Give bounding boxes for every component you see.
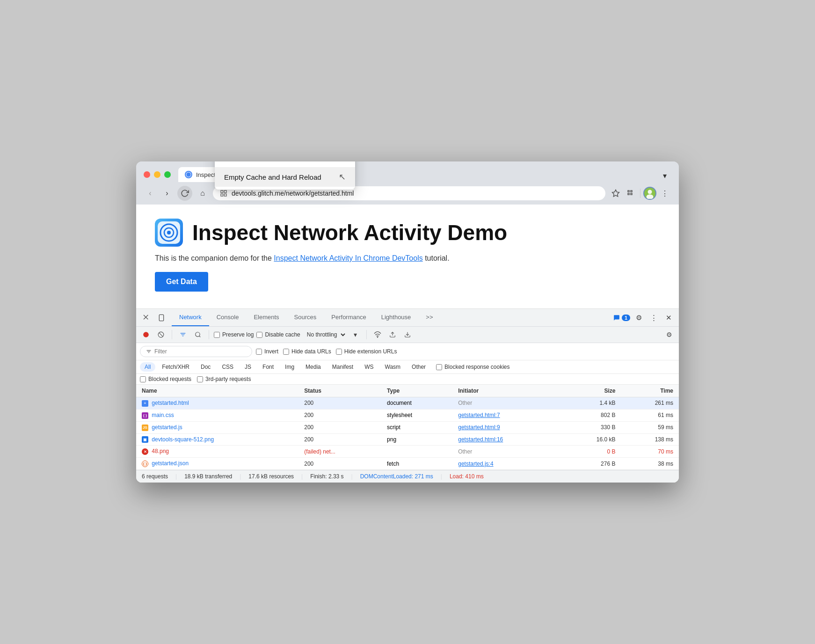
- third-party-label[interactable]: 3rd-party requests: [197, 376, 251, 382]
- cell-initiator: getstarted.html:16: [452, 433, 562, 446]
- record-button[interactable]: [140, 329, 152, 341]
- table-row[interactable]: { } getstarted.json 200 fetch getstarted…: [136, 458, 679, 470]
- type-btn-css[interactable]: CSS: [217, 362, 238, 372]
- hide-extension-urls-text: Hide extension URLs: [344, 348, 397, 355]
- bookmark-button[interactable]: [609, 187, 622, 200]
- profile-avatar[interactable]: [643, 187, 656, 200]
- hide-data-urls-label[interactable]: Hide data URLs: [283, 348, 331, 355]
- back-button[interactable]: ‹: [144, 187, 157, 200]
- file-link[interactable]: devtools-square-512.png: [152, 436, 214, 443]
- throttle-dropdown-button[interactable]: ▾: [349, 329, 362, 341]
- console-badge: 1: [622, 315, 630, 321]
- download-button[interactable]: [401, 329, 414, 341]
- initiator-link[interactable]: getstarted.html:16: [458, 436, 503, 443]
- type-btn-doc[interactable]: Doc: [196, 362, 215, 372]
- tab-lighthouse[interactable]: Lighthouse: [374, 309, 419, 326]
- type-btn-font[interactable]: Font: [258, 362, 278, 372]
- table-row[interactable]: ▣ devtools-square-512.png 200 png getsta…: [136, 433, 679, 446]
- home-button[interactable]: ⌂: [196, 187, 209, 200]
- inspect-element-icon[interactable]: [140, 311, 153, 324]
- table-row[interactable]: { } main.css 200 stylesheet getstarted.h…: [136, 409, 679, 421]
- invert-label[interactable]: Invert: [256, 348, 278, 355]
- hard-reload-menu-item[interactable]: Hard Reload ⇧⌘R: [215, 161, 355, 167]
- resources-size: 17.6 kB resources: [248, 473, 294, 480]
- tab-console[interactable]: Console: [209, 309, 247, 326]
- cell-type: script: [381, 421, 452, 433]
- network-settings-button[interactable]: ⚙: [663, 329, 675, 341]
- file-link[interactable]: getstarted.js: [152, 424, 182, 431]
- table-row[interactable]: ✕ 48.png (failed) net... Other 0 B 70 ms: [136, 446, 679, 458]
- devtools-more-icon[interactable]: ⋮: [647, 311, 660, 324]
- search-button[interactable]: [192, 329, 204, 341]
- file-link[interactable]: main.css: [152, 412, 174, 418]
- more-options-button[interactable]: ⋮: [658, 187, 671, 200]
- blocked-requests-checkbox[interactable]: [140, 376, 146, 382]
- filter-icon-button[interactable]: [177, 329, 189, 341]
- clear-button[interactable]: [155, 329, 167, 341]
- cell-time: 61 ms: [621, 409, 679, 421]
- blocked-cookies-text: Blocked response cookies: [444, 364, 509, 370]
- cell-size: 330 B: [562, 421, 621, 433]
- reload-button[interactable]: [177, 186, 192, 201]
- extensions-button[interactable]: [624, 187, 637, 200]
- tab-dropdown-button[interactable]: ▾: [658, 169, 671, 182]
- third-party-checkbox[interactable]: [197, 376, 203, 382]
- upload-button[interactable]: [386, 329, 399, 341]
- type-btn-media[interactable]: Media: [301, 362, 326, 372]
- cell-status: 200: [298, 458, 381, 470]
- type-btn-wasm[interactable]: Wasm: [380, 362, 406, 372]
- type-btn-img[interactable]: Img: [280, 362, 299, 372]
- cell-name: ≡ getstarted.html: [136, 397, 298, 410]
- type-btn-other[interactable]: Other: [407, 362, 430, 372]
- file-link[interactable]: 48.png: [152, 448, 169, 454]
- url-input[interactable]: [232, 190, 599, 197]
- maximize-button[interactable]: [164, 171, 171, 178]
- initiator-link[interactable]: getstarted.html:9: [458, 424, 500, 431]
- type-btn-all[interactable]: All: [140, 362, 155, 372]
- toolbar-separator-2: [209, 330, 209, 339]
- blocked-requests-label[interactable]: Blocked requests: [140, 376, 191, 382]
- hide-data-urls-checkbox[interactable]: [283, 349, 289, 355]
- tab-sources[interactable]: Sources: [287, 309, 324, 326]
- hide-extension-urls-checkbox[interactable]: [336, 349, 342, 355]
- filter-input[interactable]: [154, 348, 246, 355]
- close-button[interactable]: [144, 171, 150, 178]
- tab-network[interactable]: Network: [172, 309, 209, 326]
- disable-cache-label[interactable]: Disable cache: [256, 331, 300, 338]
- get-data-button[interactable]: Get Data: [155, 272, 208, 292]
- type-btn-ws[interactable]: WS: [360, 362, 378, 372]
- preserve-log-label[interactable]: Preserve log: [214, 331, 254, 338]
- tab-performance[interactable]: Performance: [324, 309, 373, 326]
- toolbar-separator: [640, 189, 640, 198]
- disable-cache-checkbox[interactable]: [256, 332, 262, 338]
- type-btn-js[interactable]: JS: [240, 362, 256, 372]
- table-row[interactable]: ≡ getstarted.html 200 document Other 1.4…: [136, 397, 679, 410]
- blocked-cookies-checkbox[interactable]: [436, 364, 442, 370]
- preserve-log-checkbox[interactable]: [214, 332, 220, 338]
- cell-initiator: getstarted.html:7: [452, 409, 562, 421]
- filter-input-wrapper: [140, 346, 252, 357]
- hide-extension-urls-label[interactable]: Hide extension URLs: [336, 348, 397, 355]
- tab-more[interactable]: >>: [418, 309, 440, 326]
- initiator-link[interactable]: getstarted.js:4: [458, 461, 493, 467]
- devtools-right-controls: 1 ⚙ ⋮ ✕: [613, 311, 675, 324]
- tab-elements[interactable]: Elements: [246, 309, 286, 326]
- type-btn-fetch-xhr[interactable]: Fetch/XHR: [157, 362, 194, 372]
- transferred-size: 18.9 kB transferred: [184, 473, 232, 480]
- tutorial-link[interactable]: Inspect Network Activity In Chrome DevTo…: [274, 254, 422, 262]
- type-btn-manifest[interactable]: Manifest: [327, 362, 358, 372]
- forward-button[interactable]: ›: [160, 187, 174, 200]
- devtools-close-icon[interactable]: ✕: [662, 311, 675, 324]
- device-toolbar-icon[interactable]: [155, 311, 168, 324]
- devtools-settings-icon[interactable]: ⚙: [632, 311, 645, 324]
- file-link[interactable]: getstarted.json: [152, 460, 189, 467]
- invert-checkbox[interactable]: [256, 349, 262, 355]
- blocked-cookies-label[interactable]: Blocked response cookies: [436, 364, 509, 370]
- minimize-button[interactable]: [154, 171, 160, 178]
- throttle-select[interactable]: No throttling: [303, 330, 347, 339]
- initiator-link[interactable]: getstarted.html:7: [458, 412, 500, 418]
- wifi-icon-button[interactable]: [371, 329, 384, 341]
- table-row[interactable]: JS getstarted.js 200 script getstarted.h…: [136, 421, 679, 433]
- file-link[interactable]: getstarted.html: [152, 400, 189, 406]
- empty-cache-menu-item[interactable]: Empty Cache and Hard Reload ↖: [215, 167, 355, 187]
